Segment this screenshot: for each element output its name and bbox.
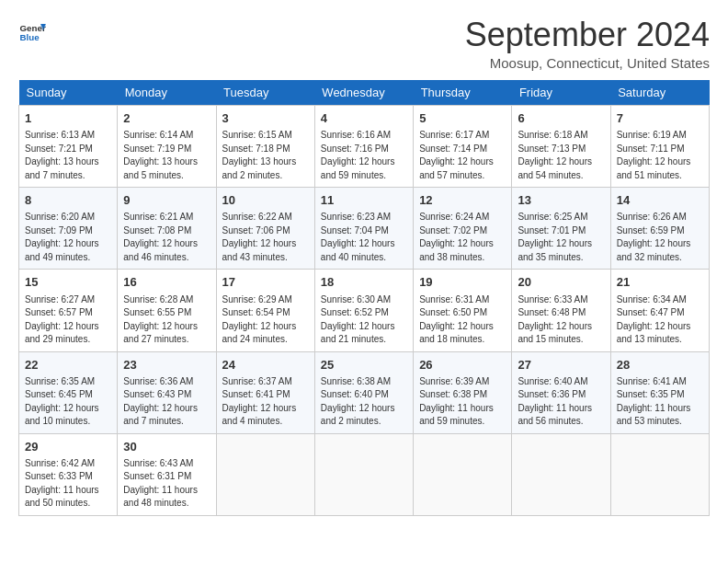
day-cell: 2Sunrise: 6:14 AM Sunset: 7:19 PM Daylig… xyxy=(118,106,216,188)
day-cell: 3Sunrise: 6:15 AM Sunset: 7:18 PM Daylig… xyxy=(216,106,314,188)
col-header-friday: Friday xyxy=(512,80,610,106)
day-number: 20 xyxy=(518,274,604,291)
day-cell xyxy=(512,433,610,515)
day-info: Sunrise: 6:30 AM Sunset: 6:52 PM Dayligh… xyxy=(321,293,407,347)
calendar-table: SundayMondayTuesdayWednesdayThursdayFrid… xyxy=(18,80,710,516)
day-info: Sunrise: 6:29 AM Sunset: 6:54 PM Dayligh… xyxy=(222,293,309,347)
col-header-sunday: Sunday xyxy=(19,80,118,106)
title-area: September 2024 Moosup, Connecticut, Unit… xyxy=(465,18,710,71)
day-cell: 12Sunrise: 6:24 AM Sunset: 7:02 PM Dayli… xyxy=(414,188,512,270)
day-cell: 19Sunrise: 6:31 AM Sunset: 6:50 PM Dayli… xyxy=(414,270,512,351)
day-info: Sunrise: 6:22 AM Sunset: 7:06 PM Dayligh… xyxy=(222,211,309,264)
logo-icon: General Blue xyxy=(18,18,46,46)
day-cell xyxy=(314,433,413,515)
day-cell: 15Sunrise: 6:27 AM Sunset: 6:57 PM Dayli… xyxy=(19,270,118,351)
day-number: 17 xyxy=(222,274,309,291)
day-number: 16 xyxy=(123,274,210,291)
svg-text:Blue: Blue xyxy=(20,32,40,42)
day-cell: 11Sunrise: 6:23 AM Sunset: 7:04 PM Dayli… xyxy=(314,188,413,270)
location: Moosup, Connecticut, United States xyxy=(465,55,710,71)
col-header-thursday: Thursday xyxy=(414,80,512,106)
col-header-wednesday: Wednesday xyxy=(314,80,413,106)
month-title: September 2024 xyxy=(465,18,710,52)
day-info: Sunrise: 6:25 AM Sunset: 7:01 PM Dayligh… xyxy=(518,211,604,264)
header-row: SundayMondayTuesdayWednesdayThursdayFrid… xyxy=(19,80,710,106)
day-info: Sunrise: 6:23 AM Sunset: 7:04 PM Dayligh… xyxy=(321,211,407,264)
week-row-2: 8Sunrise: 6:20 AM Sunset: 7:09 PM Daylig… xyxy=(19,188,710,270)
day-info: Sunrise: 6:14 AM Sunset: 7:19 PM Dayligh… xyxy=(123,129,210,182)
day-number: 12 xyxy=(419,192,506,209)
day-info: Sunrise: 6:40 AM Sunset: 6:36 PM Dayligh… xyxy=(518,375,604,429)
day-number: 15 xyxy=(25,274,111,291)
day-info: Sunrise: 6:34 AM Sunset: 6:47 PM Dayligh… xyxy=(617,293,703,347)
day-info: Sunrise: 6:24 AM Sunset: 7:02 PM Dayligh… xyxy=(419,211,506,264)
col-header-saturday: Saturday xyxy=(610,80,709,106)
day-cell: 30Sunrise: 6:43 AM Sunset: 6:31 PM Dayli… xyxy=(118,433,216,515)
day-number: 1 xyxy=(25,110,111,127)
day-number: 3 xyxy=(222,110,309,127)
day-cell: 14Sunrise: 6:26 AM Sunset: 6:59 PM Dayli… xyxy=(610,188,709,270)
day-cell: 5Sunrise: 6:17 AM Sunset: 7:14 PM Daylig… xyxy=(414,106,512,188)
day-number: 27 xyxy=(518,357,604,373)
day-cell: 29Sunrise: 6:42 AM Sunset: 6:33 PM Dayli… xyxy=(19,433,118,515)
day-number: 24 xyxy=(222,357,309,373)
day-number: 5 xyxy=(419,110,506,127)
day-cell: 26Sunrise: 6:39 AM Sunset: 6:38 PM Dayli… xyxy=(414,351,512,433)
day-number: 22 xyxy=(25,357,111,373)
day-info: Sunrise: 6:36 AM Sunset: 6:43 PM Dayligh… xyxy=(123,375,210,429)
day-info: Sunrise: 6:15 AM Sunset: 7:18 PM Dayligh… xyxy=(222,129,309,182)
day-number: 8 xyxy=(25,192,111,209)
day-cell: 17Sunrise: 6:29 AM Sunset: 6:54 PM Dayli… xyxy=(216,270,314,351)
day-number: 10 xyxy=(222,192,309,209)
day-cell: 20Sunrise: 6:33 AM Sunset: 6:48 PM Dayli… xyxy=(512,270,610,351)
day-number: 13 xyxy=(518,192,604,209)
day-cell: 16Sunrise: 6:28 AM Sunset: 6:55 PM Dayli… xyxy=(118,270,216,351)
day-cell: 9Sunrise: 6:21 AM Sunset: 7:08 PM Daylig… xyxy=(118,188,216,270)
day-cell: 4Sunrise: 6:16 AM Sunset: 7:16 PM Daylig… xyxy=(314,106,413,188)
day-cell: 6Sunrise: 6:18 AM Sunset: 7:13 PM Daylig… xyxy=(512,106,610,188)
day-info: Sunrise: 6:26 AM Sunset: 6:59 PM Dayligh… xyxy=(617,211,703,264)
day-info: Sunrise: 6:18 AM Sunset: 7:13 PM Dayligh… xyxy=(518,129,604,182)
day-info: Sunrise: 6:35 AM Sunset: 6:45 PM Dayligh… xyxy=(25,375,111,429)
day-info: Sunrise: 6:37 AM Sunset: 6:41 PM Dayligh… xyxy=(222,375,309,429)
day-number: 19 xyxy=(419,274,506,291)
day-info: Sunrise: 6:42 AM Sunset: 6:33 PM Dayligh… xyxy=(25,457,111,511)
day-info: Sunrise: 6:27 AM Sunset: 6:57 PM Dayligh… xyxy=(25,293,111,347)
day-info: Sunrise: 6:43 AM Sunset: 6:31 PM Dayligh… xyxy=(123,457,210,511)
day-cell xyxy=(216,433,314,515)
day-cell: 1Sunrise: 6:13 AM Sunset: 7:21 PM Daylig… xyxy=(19,106,118,188)
day-number: 21 xyxy=(617,274,703,291)
day-number: 28 xyxy=(617,357,703,373)
day-number: 30 xyxy=(123,439,210,455)
day-number: 23 xyxy=(123,357,210,373)
day-cell: 28Sunrise: 6:41 AM Sunset: 6:35 PM Dayli… xyxy=(610,351,709,433)
logo: General Blue xyxy=(18,18,46,46)
day-cell xyxy=(414,433,512,515)
day-info: Sunrise: 6:13 AM Sunset: 7:21 PM Dayligh… xyxy=(25,129,111,182)
day-info: Sunrise: 6:19 AM Sunset: 7:11 PM Dayligh… xyxy=(617,129,703,182)
day-info: Sunrise: 6:17 AM Sunset: 7:14 PM Dayligh… xyxy=(419,129,506,182)
col-header-monday: Monday xyxy=(118,80,216,106)
day-cell: 25Sunrise: 6:38 AM Sunset: 6:40 PM Dayli… xyxy=(314,351,413,433)
week-row-3: 15Sunrise: 6:27 AM Sunset: 6:57 PM Dayli… xyxy=(19,270,710,351)
day-number: 4 xyxy=(321,110,407,127)
day-cell: 8Sunrise: 6:20 AM Sunset: 7:09 PM Daylig… xyxy=(19,188,118,270)
day-cell: 23Sunrise: 6:36 AM Sunset: 6:43 PM Dayli… xyxy=(118,351,216,433)
day-cell: 10Sunrise: 6:22 AM Sunset: 7:06 PM Dayli… xyxy=(216,188,314,270)
day-number: 29 xyxy=(25,439,111,455)
day-info: Sunrise: 6:21 AM Sunset: 7:08 PM Dayligh… xyxy=(123,211,210,264)
day-number: 26 xyxy=(419,357,506,373)
day-number: 6 xyxy=(518,110,604,127)
day-cell: 27Sunrise: 6:40 AM Sunset: 6:36 PM Dayli… xyxy=(512,351,610,433)
week-row-4: 22Sunrise: 6:35 AM Sunset: 6:45 PM Dayli… xyxy=(19,351,710,433)
day-cell: 24Sunrise: 6:37 AM Sunset: 6:41 PM Dayli… xyxy=(216,351,314,433)
day-cell: 18Sunrise: 6:30 AM Sunset: 6:52 PM Dayli… xyxy=(314,270,413,351)
day-cell: 7Sunrise: 6:19 AM Sunset: 7:11 PM Daylig… xyxy=(610,106,709,188)
week-row-5: 29Sunrise: 6:42 AM Sunset: 6:33 PM Dayli… xyxy=(19,433,710,515)
day-number: 14 xyxy=(617,192,703,209)
page-header: General Blue September 2024 Moosup, Conn… xyxy=(18,18,710,71)
day-info: Sunrise: 6:39 AM Sunset: 6:38 PM Dayligh… xyxy=(419,375,506,429)
col-header-tuesday: Tuesday xyxy=(216,80,314,106)
day-info: Sunrise: 6:20 AM Sunset: 7:09 PM Dayligh… xyxy=(25,211,111,264)
day-info: Sunrise: 6:16 AM Sunset: 7:16 PM Dayligh… xyxy=(321,129,407,182)
